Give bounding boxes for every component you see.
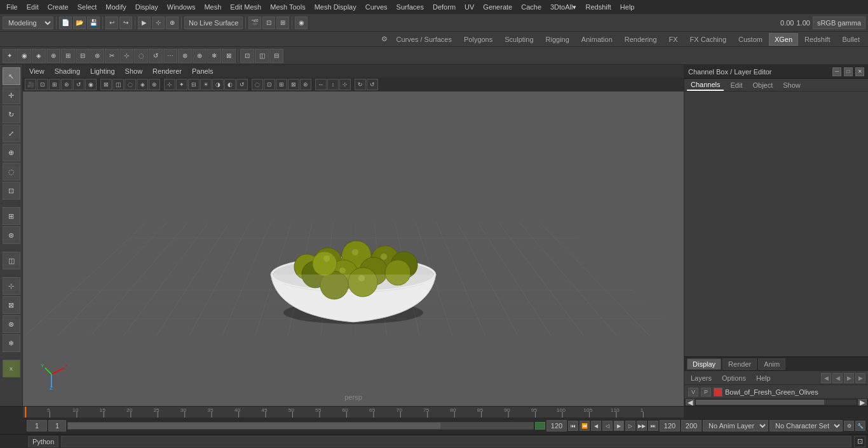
circle-btn[interactable]: ◉ [295,17,308,29]
layer-end-btn[interactable]: ▶ [855,373,865,383]
vp-region2-btn[interactable]: ⊞ [276,79,287,90]
xgen-paint-btn[interactable]: ⊕ [46,49,60,63]
undo-btn[interactable]: ↩ [105,17,118,29]
cb-tab-object[interactable]: Object [749,80,776,90]
pb-play-reverse-btn[interactable]: ◁ [602,421,613,431]
pb-start-btn[interactable]: ⏮ [568,421,578,431]
tab-gear-icon[interactable]: ⚙ [379,34,390,45]
pb-end-btn[interactable]: ⏭ [648,421,658,431]
char-set-options-btn[interactable]: ⚙ [844,421,854,431]
menu-edit-mesh[interactable]: Edit Mesh [226,2,265,12]
paint-sel-btn[interactable]: ⊛ [3,226,20,244]
paint-btn[interactable]: ⊕ [166,17,179,29]
vp-gate-btn[interactable]: ⊛ [61,79,72,90]
tab-curves-surfaces[interactable]: Curves / Surfaces [391,33,458,46]
xgen-mirror-btn[interactable]: ⊠ [222,49,236,63]
menu-windows[interactable]: Windows [163,2,200,12]
vp-wire-btn[interactable]: ⊹ [164,79,175,90]
xgen-repel-btn[interactable]: ⊕ [193,49,207,63]
tab-bullet[interactable]: Bullet [836,33,865,46]
menu-help[interactable]: Help [616,2,639,12]
layer-visibility-btn[interactable]: V [688,388,698,397]
vp-show-menu[interactable]: Show [123,66,146,76]
vp-film-btn[interactable]: ⊡ [37,79,48,90]
menu-file[interactable]: File [3,2,22,12]
xgen-cut-btn[interactable]: ✂ [105,49,119,63]
vp-view-menu[interactable]: View [27,66,47,76]
xgen-clump-btn[interactable]: ⊛ [90,49,104,63]
render-btn[interactable]: 🎬 [248,17,261,29]
layers-options-btn[interactable]: Options [718,373,750,383]
menu-create[interactable]: Create [44,2,72,12]
vp-shad4-btn[interactable]: ◑ [212,79,224,90]
ipr-btn[interactable]: ⊡ [262,17,275,29]
xgen-grab-btn[interactable]: ⊹ [119,49,133,63]
vp-isolate-btn[interactable]: ◌ [252,79,263,90]
vp-solo-btn[interactable]: ◉ [85,79,97,90]
layer-color-swatch[interactable] [714,388,722,397]
vp-frame-btn[interactable]: ⊹ [339,79,351,90]
tab-rigging[interactable]: Rigging [540,33,575,46]
open-btn[interactable]: 📂 [73,17,86,29]
display-tab-display[interactable]: Display [687,358,721,370]
freeze-btn[interactable]: ❄ [3,334,20,352]
menu-redshift[interactable]: Redshift [581,2,614,12]
xgen-mask-btn[interactable]: ◈ [32,49,46,63]
menu-mesh-display[interactable]: Mesh Display [311,2,360,12]
vp-sync-btn[interactable]: ↺ [73,79,85,90]
select-btn[interactable]: ▶ [138,17,151,29]
center-piv-btn[interactable]: ⊗ [3,315,20,333]
tab-xgen[interactable]: XGen [769,33,798,46]
menu-uv[interactable]: UV [461,2,478,12]
vp-xray-btn[interactable]: ✦ [176,79,187,90]
xgen-comb-btn[interactable]: ⊟ [76,49,90,63]
xgen-attract-btn[interactable]: ⊗ [178,49,192,63]
vp-ao-btn[interactable]: ◐ [224,79,236,90]
show-manip-btn[interactable]: ⊡ [3,182,20,200]
vp-shad1-btn[interactable]: ◌ [125,79,136,90]
preferences-btn[interactable]: 🔧 [855,421,865,431]
pb-next-frame-btn[interactable]: ▷ [625,421,635,431]
timeline-row[interactable]: 5 10 15 20 25 30 35 40 45 50 5 [0,406,868,417]
no-live-surface-btn[interactable]: No Live Surface [184,17,243,29]
save-btn[interactable]: 💾 [87,17,100,29]
xgen-noise-btn[interactable]: ⋯ [163,49,177,63]
vp-region3-btn[interactable]: ⊠ [288,79,299,90]
layer-playback-btn[interactable]: P [701,388,711,397]
rect-sel-btn[interactable]: ◫ [3,252,20,269]
layer-scrollbar[interactable]: ◀ ▶ [684,398,868,406]
pb-next-btn[interactable]: ▶▶ [637,421,647,431]
tab-animation[interactable]: Animation [576,33,618,46]
cb-tab-edit[interactable]: Edit [726,80,746,90]
menu-edit[interactable]: Edit [23,2,43,12]
move-tool-btn[interactable]: ✛ [3,86,20,104]
xgen-density-btn[interactable]: ⊞ [61,49,75,63]
xgen-smooth-btn[interactable]: ◌ [134,49,148,63]
menu-surfaces[interactable]: Surfaces [393,2,428,12]
vp-region-btn[interactable]: ⊡ [264,79,275,90]
menu-curves[interactable]: Curves [362,2,391,12]
range-slider-track[interactable] [67,422,534,430]
layers-menu-btn[interactable]: Layers [687,373,715,383]
lasso-btn[interactable]: ⊹ [152,17,165,29]
align-btn[interactable]: ⊠ [3,296,20,314]
xgen-logo-btn[interactable]: X [3,360,20,377]
python-mel-toggle[interactable]: Python [28,436,58,447]
menu-mesh-tools[interactable]: Mesh Tools [266,2,309,12]
layer-add-btn[interactable]: ◀ [821,373,831,383]
new-scene-btn[interactable]: 📄 [59,17,72,29]
snap-together-btn[interactable]: ⊹ [3,277,20,295]
scale-tool-btn[interactable]: ⤢ [3,125,20,142]
menu-modify[interactable]: Modify [102,2,130,12]
mode-selector[interactable]: Modeling [3,17,53,29]
menu-3dto[interactable]: 3DtoAll▾ [546,2,580,13]
vp-shading-menu[interactable]: Shading [52,66,83,76]
xgen-extra1-btn[interactable]: ⊡ [240,49,254,63]
vp-shad3-btn[interactable]: ⊕ [149,79,160,90]
vp-hub-btn[interactable]: ↻ [355,79,366,90]
render2-btn[interactable]: ⊞ [276,17,289,29]
tab-rendering[interactable]: Rendering [619,33,663,46]
xgen-freeze-btn[interactable]: ❄ [207,49,221,63]
vp-light-btn[interactable]: ☀ [200,79,212,90]
menu-mesh[interactable]: Mesh [200,2,225,12]
